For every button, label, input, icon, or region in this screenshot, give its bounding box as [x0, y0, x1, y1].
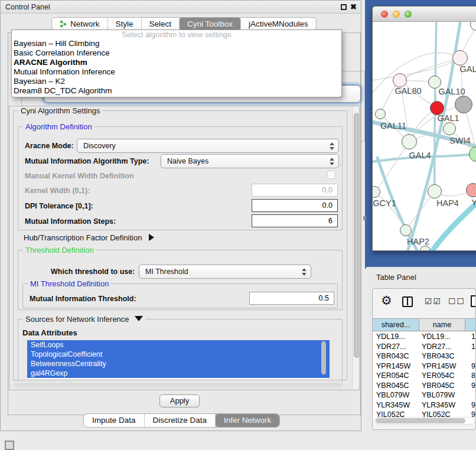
cyni-bottom-tabs: Impute Data Discretize Data Infer Networ… [83, 413, 280, 428]
table-row[interactable]: YER054CYER054C8. [373, 371, 476, 381]
list-scrollbar[interactable] [321, 341, 327, 377]
manual-kernel-checkbox[interactable] [327, 171, 335, 179]
close-icon[interactable]: ✖ [350, 2, 357, 11]
tab-style[interactable]: Style [108, 18, 142, 30]
table-row[interactable]: YBR043CYBR043C [373, 351, 476, 361]
collapse-arrow-icon[interactable] [135, 316, 143, 321]
data-attributes-list: SelfLoopsTopologicalCoefficientBetweenne… [27, 340, 330, 379]
network-node-hap2[interactable] [400, 224, 412, 236]
table-cell [463, 351, 476, 361]
algorithm-dropdown: Select algorithm to view settings Bayesi… [11, 30, 342, 97]
manual-kernel-label: Manual Kernel Width Definition [25, 172, 134, 180]
minimized-window-icon[interactable] [5, 441, 14, 450]
network-node-gal11[interactable] [375, 109, 386, 119]
close-traffic-light-icon[interactable] [381, 11, 388, 18]
network-node[interactable] [455, 96, 472, 113]
table-row[interactable]: YDL19...YDL19...13 [373, 332, 476, 342]
table-cell: 9. [463, 400, 476, 410]
tab-discretize-data[interactable]: Discretize Data [145, 414, 216, 427]
table-horizontal-scrollbar[interactable] [374, 417, 475, 425]
mi-threshold-field[interactable]: 0.5 [249, 292, 334, 305]
table-cell: YBL079W [417, 390, 463, 400]
table-row[interactable]: YBR045CYBR045C9. [373, 381, 476, 391]
column-header-name[interactable]: name [419, 319, 465, 331]
network-node-gal1[interactable] [443, 122, 456, 135]
network-node-gal80[interactable] [393, 73, 407, 87]
attribute-item[interactable]: SelfLoops [27, 340, 330, 350]
node-table: ⚙ ☑☑ ☐☐ shared... name A YDL19...YDL19..… [372, 288, 476, 430]
node-label: GAL11 [380, 121, 406, 131]
algorithm-option[interactable]: Mutual Information Inference [12, 67, 341, 77]
network-node-hap4[interactable] [428, 184, 442, 198]
attribute-item[interactable]: gal4RGexp [27, 369, 330, 378]
algorithm-option[interactable]: Dream8 DC_TDC Algorithm [12, 86, 341, 96]
aracne-mode-combobox[interactable]: Discovery [77, 139, 339, 153]
export-table-icon[interactable] [471, 295, 476, 307]
table-cell: YPR145W [373, 361, 417, 371]
hide-columns-icon[interactable]: ☐☐ [448, 296, 465, 306]
mi-steps-field[interactable]: 6 [252, 214, 338, 227]
zoom-traffic-light-icon[interactable] [405, 11, 412, 18]
table-row[interactable]: YDR27...YDR27...12 [373, 342, 476, 352]
node-label: GAL80 [395, 86, 421, 96]
network-node-gal4[interactable] [402, 134, 417, 149]
algorithm-option[interactable]: Bayesian – Hill Climbing [12, 39, 341, 48]
table-row[interactable]: YLR345WYLR345W9. [373, 400, 476, 410]
tab-label: Discretize Data [153, 416, 207, 425]
algorithm-option[interactable]: ARACNE Algorithm [12, 58, 341, 67]
tab-jactivemnodules[interactable]: jActiveMNodules [241, 18, 316, 30]
attribute-item[interactable]: TopologicalCoefficient [27, 350, 330, 359]
mi-threshold-label: Mutual Information Threshold: [30, 295, 136, 303]
dpi-tolerance-field[interactable]: 0.0 [252, 199, 338, 212]
cyni-settings-title: Cyni Algorithm Settings [18, 106, 102, 115]
control-panel-title: Control Panel [5, 3, 50, 11]
which-threshold-label: Which threshold to use: [51, 268, 135, 276]
gear-icon[interactable]: ⚙ [381, 294, 392, 308]
algorithm-dropdown-placeholder: Select algorithm to view settings [12, 30, 341, 39]
attribute-item[interactable]: BetweennessCentrality [27, 359, 330, 369]
float-window-icon[interactable] [341, 4, 347, 10]
column-header-clipped[interactable]: A [465, 319, 476, 331]
mi-type-combobox[interactable]: Naive Bayes [161, 154, 339, 168]
table-row[interactable]: YPR145WYPR145W9. [373, 361, 476, 371]
tab-label: Network [70, 18, 100, 30]
tab-cyni-toolbox[interactable]: Cyni Toolbox [180, 18, 241, 30]
hub-factor-expander[interactable]: Hub/Transcription Factor Definition [24, 233, 154, 242]
kernel-width-label: Kernel Width (0,1): [25, 187, 90, 195]
network-canvas[interactable]: GALGAL80GAL10GAL1GAL11GAL4SWI4GCY1HAP4YH… [373, 22, 476, 251]
tab-infer-network[interactable]: Infer Network [216, 414, 279, 427]
algorithm-dropdown-list: Bayesian – Hill ClimbingBasic Correlatio… [12, 39, 341, 96]
settings-horizontal-scrollbar[interactable] [13, 381, 344, 389]
table-cell: YBR043C [417, 351, 463, 361]
which-threshold-combobox[interactable]: MI Threshold [139, 265, 311, 279]
mi-steps-label: Mutual Information Steps: [25, 217, 116, 226]
apply-button[interactable]: Apply [159, 394, 200, 407]
split-columns-icon[interactable] [402, 296, 413, 307]
network-node-gal[interactable] [452, 50, 468, 66]
tab-label: Select [149, 18, 172, 30]
settings-vertical-scrollbar[interactable] [352, 107, 360, 389]
node-label: GAL [459, 64, 476, 74]
show-columns-icon[interactable]: ☑☑ [425, 296, 442, 306]
table-toolbar: ⚙ ☑☑ ☐☐ [373, 289, 475, 317]
algorithm-option[interactable]: Basic Correlation Inference [12, 48, 341, 58]
tab-impute-data[interactable]: Impute Data [84, 414, 145, 427]
tab-network[interactable]: Network [52, 18, 108, 30]
table-row[interactable]: YBL079WYBL079W [373, 390, 476, 400]
table-cell: YLR345W [417, 400, 463, 410]
split-pane-grip[interactable] [363, 216, 366, 220]
tab-label: Impute Data [92, 416, 136, 425]
network-icon [60, 20, 67, 28]
node-label: HAP4 [436, 198, 459, 208]
tab-select[interactable]: Select [142, 18, 180, 30]
network-node-y[interactable] [466, 183, 476, 197]
which-threshold-value: MI Threshold [145, 268, 188, 276]
algorithm-option[interactable]: Bayesian – K2 [12, 77, 341, 86]
minimize-traffic-light-icon[interactable] [393, 11, 400, 18]
tab-label: Style [116, 18, 133, 30]
kernel-width-field[interactable]: 0.0 [252, 184, 338, 197]
column-header-shared-name[interactable]: shared... [373, 319, 419, 331]
table-cell: 8. [463, 371, 476, 381]
aracne-mode-value: Discovery [83, 142, 116, 150]
table-cell: YDL19... [373, 332, 417, 342]
